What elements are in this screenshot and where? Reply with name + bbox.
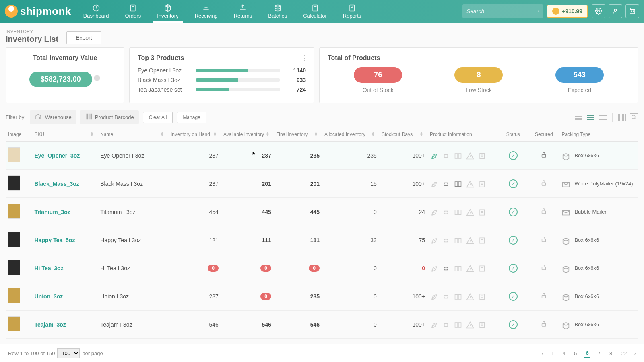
manage-button[interactable]: Manage (177, 112, 206, 123)
catalog-icon[interactable] (454, 237, 462, 244)
sku-link[interactable]: Eye_Opener_3oz (35, 152, 80, 159)
lock-icon[interactable] (540, 323, 547, 329)
total-low-stock[interactable]: 8Low Stock (454, 67, 503, 93)
filter-chip-warehouse[interactable]: Warehouse (30, 110, 76, 124)
nav-item-batches[interactable]: Batches (268, 4, 287, 19)
warning-icon[interactable] (466, 265, 474, 272)
col-name[interactable]: Name▲▼ (98, 128, 168, 142)
logo[interactable]: shipmonk (5, 5, 71, 18)
nav-item-receiving[interactable]: Receiving (195, 4, 218, 19)
prev-page[interactable]: ‹ (541, 350, 543, 356)
catalog-icon[interactable] (454, 180, 462, 187)
table-row[interactable]: Teajam_3oz Teajam I 3oz 546 546 546 0 10… (6, 311, 638, 339)
nav-item-orders[interactable]: Orders (125, 4, 141, 19)
catalog-icon[interactable] (454, 265, 462, 272)
table-row[interactable]: Titanium_3oz Titanium I 3oz 454 445 445 … (6, 198, 638, 226)
page-5[interactable]: 5 (572, 350, 578, 357)
cart-button[interactable] (625, 4, 639, 18)
page-6[interactable]: 6 (584, 349, 590, 358)
organic-icon[interactable] (430, 293, 438, 300)
lock-icon[interactable] (540, 294, 547, 301)
sku-link[interactable]: Black_Mass_3oz (35, 181, 79, 187)
search-table-button[interactable] (630, 113, 638, 121)
note-icon[interactable] (478, 293, 486, 300)
page-8[interactable]: 8 (608, 350, 614, 357)
nav-item-returns[interactable]: Returns (234, 4, 252, 19)
col-inventory-on-hand[interactable]: Inventory on Hand▲▼ (168, 128, 221, 142)
export-button[interactable]: Export (66, 31, 101, 44)
col-sku[interactable]: SKU▲▼ (32, 128, 98, 142)
nav-item-dashboard[interactable]: Dashboard (83, 4, 109, 19)
sku-link[interactable]: Happy Tea_5oz (35, 237, 75, 243)
col-final-inventory[interactable]: Final Inventory▲▼ (274, 128, 322, 142)
warning-icon[interactable] (466, 208, 474, 216)
user-button[interactable] (609, 4, 622, 18)
clear-all-button[interactable]: Clear All (143, 112, 173, 123)
bundle-icon[interactable] (442, 152, 450, 159)
bundle-icon[interactable] (442, 293, 450, 300)
lock-icon[interactable] (540, 238, 547, 245)
note-icon[interactable] (478, 208, 486, 216)
sku-link[interactable]: Teajam_3oz (35, 321, 66, 328)
table-row[interactable]: Union_3oz Union I 3oz 237 0 235 0 100+ ✓… (6, 282, 638, 311)
note-icon[interactable] (478, 265, 486, 272)
note-icon[interactable] (478, 152, 486, 159)
search-box[interactable] (462, 4, 543, 18)
bundle-icon[interactable] (442, 180, 450, 187)
organic-icon[interactable] (430, 180, 438, 187)
warning-icon[interactable] (466, 152, 474, 159)
warning-icon[interactable] (466, 237, 474, 244)
col-available-inventory[interactable]: Available Inventory▲▼ (221, 128, 274, 142)
bundle-icon[interactable] (442, 208, 450, 216)
page-22[interactable]: 22 (619, 350, 628, 357)
catalog-icon[interactable] (454, 321, 462, 328)
table-row[interactable]: Happy Tea_5oz Happy Tea I 3oz 121 111 11… (6, 226, 638, 254)
warning-icon[interactable] (466, 180, 474, 187)
info-icon[interactable]: i (93, 74, 101, 83)
next-page[interactable]: › (634, 350, 636, 356)
sku-link[interactable]: Hi Tea_3oz (35, 265, 64, 272)
total-out-of-stock[interactable]: 76Out of Stock (354, 67, 402, 93)
filter-chip-product-barcode[interactable]: Product Barcode (80, 110, 139, 124)
view-compact-icon[interactable] (574, 113, 583, 121)
catalog-icon[interactable] (454, 293, 462, 300)
organic-icon[interactable] (430, 321, 438, 328)
bundle-icon[interactable] (442, 321, 450, 328)
page-4[interactable]: 4 (561, 350, 567, 357)
catalog-icon[interactable] (454, 152, 462, 159)
settings-button[interactable] (592, 4, 605, 18)
organic-icon[interactable] (430, 237, 438, 244)
more-button[interactable]: ⋮ (301, 53, 308, 62)
nav-item-inventory[interactable]: Inventory (157, 4, 178, 19)
organic-icon[interactable] (430, 152, 438, 159)
bundle-icon[interactable] (442, 265, 450, 272)
view-normal-icon[interactable] (586, 113, 595, 121)
page-1[interactable]: 1 (549, 350, 555, 357)
lock-icon[interactable] (540, 210, 547, 216)
col-allocated-inventory[interactable]: Allocated Inventory▲▼ (322, 128, 379, 142)
organic-icon[interactable] (430, 265, 438, 272)
warning-icon[interactable] (466, 293, 474, 300)
search-input[interactable] (466, 8, 538, 14)
nav-item-calculator[interactable]: Calculator (303, 4, 327, 19)
col-stockout-days[interactable]: Stockout Days▲▼ (379, 128, 427, 142)
organic-icon[interactable] (430, 208, 438, 216)
sku-link[interactable]: Union_3oz (35, 293, 63, 300)
warning-icon[interactable] (466, 321, 474, 328)
bundle-icon[interactable] (442, 237, 450, 244)
barcode-icon[interactable] (617, 113, 626, 121)
note-icon[interactable] (478, 321, 486, 328)
view-wide-icon[interactable] (599, 113, 607, 121)
page-7[interactable]: 7 (596, 350, 602, 357)
table-row[interactable]: Black_Mass_3oz Black Mass I 3oz 237 201 … (6, 170, 638, 198)
per-page-select[interactable]: 100 (57, 348, 80, 358)
note-icon[interactable] (478, 180, 486, 187)
table-row[interactable]: Hi Tea_3oz Hi Tea I 3oz 0 0 0 0 0 ✓ Box … (6, 254, 638, 282)
credit-badge[interactable]: +910.99 (547, 5, 588, 18)
catalog-icon[interactable] (454, 208, 462, 216)
note-icon[interactable] (478, 237, 486, 244)
sku-link[interactable]: Titanium_3oz (35, 209, 70, 215)
lock-icon[interactable] (540, 182, 547, 188)
lock-icon[interactable] (540, 266, 547, 273)
nav-item-reports[interactable]: Reports (343, 4, 361, 19)
